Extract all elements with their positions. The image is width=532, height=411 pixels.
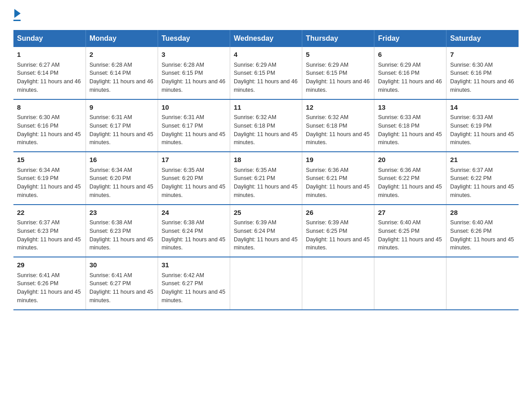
day-info: Sunrise: 6:29 AMSunset: 6:15 PMDaylight:… <box>234 61 298 94</box>
day-number: 11 <box>234 103 298 113</box>
calendar-cell: 30 Sunrise: 6:41 AMSunset: 6:27 PMDaylig… <box>86 257 158 310</box>
day-info: Sunrise: 6:38 AMSunset: 6:24 PMDaylight:… <box>162 218 226 252</box>
day-info: Sunrise: 6:37 AMSunset: 6:23 PMDaylight:… <box>17 218 82 252</box>
day-info: Sunrise: 6:31 AMSunset: 6:17 PMDaylight:… <box>162 113 226 147</box>
day-number: 23 <box>90 208 154 218</box>
day-info: Sunrise: 6:29 AMSunset: 6:16 PMDaylight:… <box>378 61 442 94</box>
week-row-4: 22 Sunrise: 6:37 AMSunset: 6:23 PMDaylig… <box>13 205 519 257</box>
weekday-header-row: SundayMondayTuesdayWednesdayThursdayFrid… <box>13 30 519 47</box>
day-number: 24 <box>162 208 226 218</box>
day-number: 27 <box>378 208 442 218</box>
day-info: Sunrise: 6:39 AMSunset: 6:25 PMDaylight:… <box>306 218 370 252</box>
week-row-2: 8 Sunrise: 6:30 AMSunset: 6:16 PMDayligh… <box>13 99 519 152</box>
weekday-header-tuesday: Tuesday <box>158 30 230 47</box>
day-info: Sunrise: 6:41 AMSunset: 6:26 PMDaylight:… <box>17 271 82 305</box>
calendar-cell: 3 Sunrise: 6:28 AMSunset: 6:15 PMDayligh… <box>158 47 230 99</box>
day-number: 26 <box>306 208 370 218</box>
calendar-cell <box>302 257 374 310</box>
calendar-cell: 6 Sunrise: 6:29 AMSunset: 6:16 PMDayligh… <box>374 47 446 99</box>
day-number: 7 <box>450 50 515 60</box>
day-number: 18 <box>234 155 298 165</box>
day-info: Sunrise: 6:31 AMSunset: 6:17 PMDaylight:… <box>90 113 154 147</box>
day-number: 9 <box>90 103 154 113</box>
calendar-cell <box>446 257 519 310</box>
day-number: 3 <box>162 50 226 60</box>
day-number: 19 <box>306 155 370 165</box>
calendar-cell: 31 Sunrise: 6:42 AMSunset: 6:27 PMDaylig… <box>158 257 230 310</box>
calendar-cell: 17 Sunrise: 6:35 AMSunset: 6:20 PMDaylig… <box>158 152 230 205</box>
day-info: Sunrise: 6:35 AMSunset: 6:21 PMDaylight:… <box>234 166 298 200</box>
day-number: 20 <box>378 155 442 165</box>
calendar-cell: 21 Sunrise: 6:37 AMSunset: 6:22 PMDaylig… <box>446 152 519 205</box>
calendar-cell: 24 Sunrise: 6:38 AMSunset: 6:24 PMDaylig… <box>158 205 230 257</box>
calendar-cell: 18 Sunrise: 6:35 AMSunset: 6:21 PMDaylig… <box>230 152 302 205</box>
calendar-cell <box>374 257 446 310</box>
calendar-cell: 5 Sunrise: 6:29 AMSunset: 6:15 PMDayligh… <box>302 47 374 99</box>
day-number: 16 <box>90 155 154 165</box>
day-number: 10 <box>162 103 226 113</box>
day-number: 31 <box>162 260 226 270</box>
weekday-header-wednesday: Wednesday <box>230 30 302 47</box>
calendar-cell <box>230 257 302 310</box>
calendar-cell: 4 Sunrise: 6:29 AMSunset: 6:15 PMDayligh… <box>230 47 302 99</box>
calendar-cell: 29 Sunrise: 6:41 AMSunset: 6:26 PMDaylig… <box>13 257 86 310</box>
day-info: Sunrise: 6:39 AMSunset: 6:24 PMDaylight:… <box>234 218 298 252</box>
page-header <box>13 9 519 21</box>
day-info: Sunrise: 6:36 AMSunset: 6:22 PMDaylight:… <box>378 166 442 200</box>
calendar-cell: 11 Sunrise: 6:32 AMSunset: 6:18 PMDaylig… <box>230 99 302 152</box>
week-row-1: 1 Sunrise: 6:27 AMSunset: 6:14 PMDayligh… <box>13 47 519 99</box>
day-info: Sunrise: 6:34 AMSunset: 6:20 PMDaylight:… <box>90 166 154 200</box>
day-info: Sunrise: 6:41 AMSunset: 6:27 PMDaylight:… <box>90 271 154 305</box>
calendar-cell: 7 Sunrise: 6:30 AMSunset: 6:16 PMDayligh… <box>446 47 519 99</box>
day-info: Sunrise: 6:40 AMSunset: 6:26 PMDaylight:… <box>450 218 515 252</box>
day-info: Sunrise: 6:40 AMSunset: 6:25 PMDaylight:… <box>378 218 442 252</box>
day-number: 25 <box>234 208 298 218</box>
week-row-5: 29 Sunrise: 6:41 AMSunset: 6:26 PMDaylig… <box>13 257 519 310</box>
day-number: 5 <box>306 50 370 60</box>
calendar-cell: 15 Sunrise: 6:34 AMSunset: 6:19 PMDaylig… <box>13 152 86 205</box>
day-info: Sunrise: 6:34 AMSunset: 6:19 PMDaylight:… <box>17 166 82 200</box>
calendar-cell: 26 Sunrise: 6:39 AMSunset: 6:25 PMDaylig… <box>302 205 374 257</box>
day-number: 12 <box>306 103 370 113</box>
calendar-cell: 2 Sunrise: 6:28 AMSunset: 6:14 PMDayligh… <box>86 47 158 99</box>
calendar-cell: 1 Sunrise: 6:27 AMSunset: 6:14 PMDayligh… <box>13 47 86 99</box>
calendar-cell: 20 Sunrise: 6:36 AMSunset: 6:22 PMDaylig… <box>374 152 446 205</box>
calendar-cell: 12 Sunrise: 6:32 AMSunset: 6:18 PMDaylig… <box>302 99 374 152</box>
calendar-cell: 28 Sunrise: 6:40 AMSunset: 6:26 PMDaylig… <box>446 205 519 257</box>
day-info: Sunrise: 6:27 AMSunset: 6:14 PMDaylight:… <box>17 61 82 94</box>
day-number: 1 <box>17 50 82 60</box>
day-info: Sunrise: 6:32 AMSunset: 6:18 PMDaylight:… <box>234 113 298 147</box>
day-info: Sunrise: 6:28 AMSunset: 6:14 PMDaylight:… <box>90 61 154 94</box>
day-number: 21 <box>450 155 515 165</box>
weekday-header-monday: Monday <box>86 30 158 47</box>
logo-underline <box>13 20 21 21</box>
day-number: 2 <box>90 50 154 60</box>
calendar-cell: 8 Sunrise: 6:30 AMSunset: 6:16 PMDayligh… <box>13 99 86 152</box>
day-number: 28 <box>450 208 515 218</box>
day-info: Sunrise: 6:42 AMSunset: 6:27 PMDaylight:… <box>162 271 226 305</box>
day-number: 13 <box>378 103 442 113</box>
day-number: 4 <box>234 50 298 60</box>
logo-triangle-icon <box>14 9 21 18</box>
day-info: Sunrise: 6:33 AMSunset: 6:19 PMDaylight:… <box>450 113 515 147</box>
day-info: Sunrise: 6:30 AMSunset: 6:16 PMDaylight:… <box>450 61 515 94</box>
calendar-cell: 23 Sunrise: 6:38 AMSunset: 6:23 PMDaylig… <box>86 205 158 257</box>
day-info: Sunrise: 6:32 AMSunset: 6:18 PMDaylight:… <box>306 113 370 147</box>
day-info: Sunrise: 6:37 AMSunset: 6:22 PMDaylight:… <box>450 166 515 200</box>
day-info: Sunrise: 6:36 AMSunset: 6:21 PMDaylight:… <box>306 166 370 200</box>
week-row-3: 15 Sunrise: 6:34 AMSunset: 6:19 PMDaylig… <box>13 152 519 205</box>
calendar-cell: 22 Sunrise: 6:37 AMSunset: 6:23 PMDaylig… <box>13 205 86 257</box>
calendar-cell: 19 Sunrise: 6:36 AMSunset: 6:21 PMDaylig… <box>302 152 374 205</box>
day-info: Sunrise: 6:30 AMSunset: 6:16 PMDaylight:… <box>17 113 82 147</box>
day-number: 22 <box>17 208 82 218</box>
day-info: Sunrise: 6:29 AMSunset: 6:15 PMDaylight:… <box>306 61 370 94</box>
calendar-cell: 14 Sunrise: 6:33 AMSunset: 6:19 PMDaylig… <box>446 99 519 152</box>
day-info: Sunrise: 6:38 AMSunset: 6:23 PMDaylight:… <box>90 218 154 252</box>
day-info: Sunrise: 6:28 AMSunset: 6:15 PMDaylight:… <box>162 61 226 94</box>
calendar-table: SundayMondayTuesdayWednesdayThursdayFrid… <box>13 30 519 310</box>
calendar-cell: 10 Sunrise: 6:31 AMSunset: 6:17 PMDaylig… <box>158 99 230 152</box>
day-info: Sunrise: 6:35 AMSunset: 6:20 PMDaylight:… <box>162 166 226 200</box>
day-number: 6 <box>378 50 442 60</box>
day-number: 29 <box>17 260 82 270</box>
day-number: 15 <box>17 155 82 165</box>
